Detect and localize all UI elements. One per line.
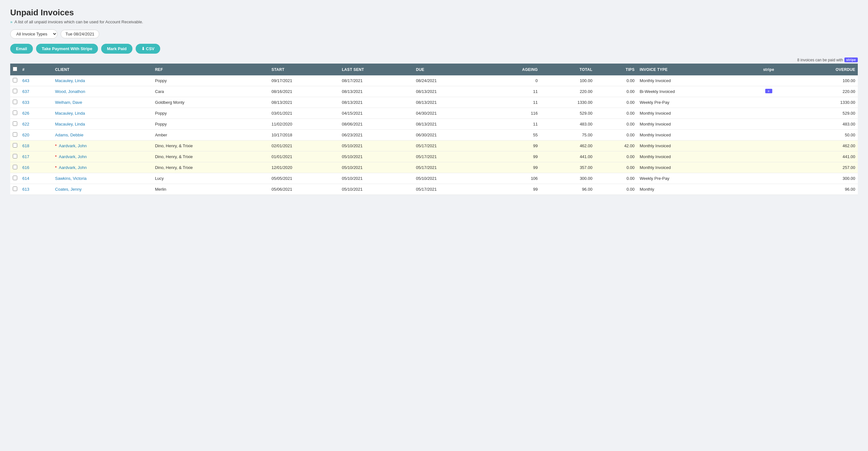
invoice-id[interactable]: 622 (20, 119, 53, 130)
ageing-value: 11 (484, 119, 540, 130)
client-link[interactable]: Aardvark, John (59, 143, 87, 148)
client-name[interactable]: Coates, Jenny (53, 184, 153, 195)
select-all-checkbox[interactable] (13, 67, 17, 71)
overdue-value: 50.00 (790, 130, 858, 141)
invoice-id[interactable]: 618 (20, 141, 53, 151)
invoice-id[interactable]: 616 (20, 162, 53, 173)
csv-button[interactable]: ⬇ CSV (135, 44, 160, 54)
tips-value: 0.00 (595, 75, 637, 86)
row-checkbox-cell[interactable] (10, 130, 20, 141)
last-sent-date: 08/13/2021 (339, 97, 413, 108)
client-name[interactable]: Welham, Dave (53, 97, 153, 108)
row-checkbox-cell[interactable] (10, 141, 20, 151)
invoice-type-value: Monthly Invoiced (637, 162, 747, 173)
invoice-id[interactable]: 613 (20, 184, 53, 195)
invoice-id[interactable]: 617 (20, 151, 53, 162)
row-checkbox-cell[interactable] (10, 97, 20, 108)
invoice-type-filter[interactable]: All Invoice Types (10, 29, 57, 39)
row-checkbox-cell[interactable] (10, 173, 20, 184)
row-checkbox[interactable] (13, 132, 17, 137)
stripe-payment-button[interactable]: Take Payment With Stripe (36, 44, 98, 54)
stripe-card-icon (765, 89, 772, 93)
mark-paid-button[interactable]: Mark Paid (101, 44, 132, 54)
client-link[interactable]: Macauley, Linda (55, 78, 85, 83)
client-link[interactable]: Macauley, Linda (55, 111, 85, 116)
invoice-type-value: Monthly Invoiced (637, 75, 747, 86)
total-value: 357.00 (540, 162, 595, 173)
client-name[interactable]: Adams, Debbie (53, 130, 153, 141)
due-date: 05/17/2021 (413, 151, 484, 162)
col-header-total: TOTAL (540, 63, 595, 75)
client-link[interactable]: Adams, Debbie (55, 133, 84, 137)
table-row: 637 Wood, Jonathon Cara 08/16/2021 08/13… (10, 86, 858, 97)
client-link[interactable]: Sawkins, Victoria (55, 176, 87, 181)
start-date: 05/06/2021 (269, 184, 340, 195)
row-checkbox[interactable] (13, 100, 17, 104)
client-link[interactable]: Aardvark, John (59, 165, 87, 170)
ref-cell: Lucy (153, 173, 269, 184)
total-value: 220.00 (540, 86, 595, 97)
row-checkbox[interactable] (13, 154, 17, 159)
col-header-ref: REF (153, 63, 269, 75)
client-name[interactable]: Macauley, Linda (53, 75, 153, 86)
row-checkbox[interactable] (13, 89, 17, 93)
row-checkbox[interactable] (13, 78, 17, 82)
ageing-value: 99 (484, 141, 540, 151)
invoice-type-value: Bi-Weekly Invoiced (637, 86, 747, 97)
total-value: 96.00 (540, 184, 595, 195)
client-name[interactable]: * Aardvark, John (53, 151, 153, 162)
date-filter[interactable]: Tue 08/24/2021 (61, 30, 99, 38)
due-date: 08/13/2021 (413, 86, 484, 97)
row-checkbox-cell[interactable] (10, 162, 20, 173)
ref-cell: Poppy (153, 108, 269, 119)
col-header-overdue: OVERDUE (790, 63, 858, 75)
asterisk-icon: * (55, 154, 57, 159)
invoice-id[interactable]: 637 (20, 86, 53, 97)
overdue-value: 96.00 (790, 184, 858, 195)
client-link[interactable]: Wood, Jonathon (55, 89, 85, 94)
row-checkbox-cell[interactable] (10, 119, 20, 130)
col-header-tips: TIPS (595, 63, 637, 75)
invoice-id[interactable]: 620 (20, 130, 53, 141)
overdue-value: 100.00 (790, 75, 858, 86)
client-name[interactable]: Wood, Jonathon (53, 86, 153, 97)
client-name[interactable]: Macauley, Linda (53, 108, 153, 119)
invoice-id[interactable]: 614 (20, 173, 53, 184)
row-checkbox-cell[interactable] (10, 108, 20, 119)
client-name[interactable]: * Aardvark, John (53, 141, 153, 151)
row-checkbox[interactable] (13, 121, 17, 126)
invoice-id[interactable]: 643 (20, 75, 53, 86)
row-checkbox[interactable] (13, 165, 17, 169)
client-link[interactable]: Welham, Dave (55, 100, 82, 105)
stripe-cell (747, 141, 790, 151)
total-value: 1330.00 (540, 97, 595, 108)
subtitle-text: A list of all unpaid invoices which can … (14, 20, 143, 24)
client-name[interactable]: Macauley, Linda (53, 119, 153, 130)
row-checkbox-cell[interactable] (10, 75, 20, 86)
ref-cell: Dino, Henry, & Trixie (153, 162, 269, 173)
row-checkbox[interactable] (13, 187, 17, 191)
row-checkbox[interactable] (13, 176, 17, 180)
row-checkbox-cell[interactable] (10, 184, 20, 195)
client-link[interactable]: Aardvark, John (59, 154, 87, 159)
client-name[interactable]: * Aardvark, John (53, 162, 153, 173)
stripe-notice: 8 invoices can be paid with stripe (10, 57, 858, 62)
invoices-table: # CLIENT REF START LAST SENT DUE AGEING … (10, 63, 858, 195)
total-value: 300.00 (540, 173, 595, 184)
stripe-cell (747, 86, 790, 97)
col-header-stripe: stripe (747, 63, 790, 75)
col-header-start: START (269, 63, 340, 75)
row-checkbox[interactable] (13, 143, 17, 147)
email-button[interactable]: Email (10, 44, 33, 54)
invoice-id[interactable]: 633 (20, 97, 53, 108)
client-link[interactable]: Macauley, Linda (55, 122, 85, 126)
start-date: 09/17/2021 (269, 75, 340, 86)
row-checkbox[interactable] (13, 111, 17, 115)
client-name[interactable]: Sawkins, Victoria (53, 173, 153, 184)
ageing-value: 106 (484, 173, 540, 184)
row-checkbox-cell[interactable] (10, 151, 20, 162)
row-checkbox-cell[interactable] (10, 86, 20, 97)
select-all-header[interactable] (10, 63, 20, 75)
client-link[interactable]: Coates, Jenny (55, 187, 82, 192)
invoice-id[interactable]: 626 (20, 108, 53, 119)
